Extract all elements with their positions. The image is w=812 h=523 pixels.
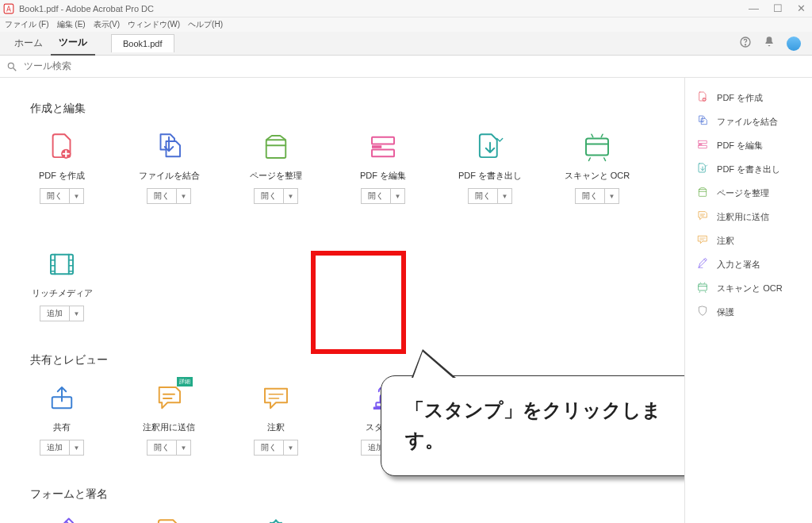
tool-button-open[interactable]: 開く ▼ xyxy=(575,188,620,204)
chevron-down-icon[interactable]: ▼ xyxy=(498,191,512,202)
section-title-share-review: 共有とレビュー xyxy=(30,353,661,367)
tool-prepare-form[interactable]: フォームを準備 追加 ▼ xyxy=(137,516,201,523)
rightpanel-item-create-pdf[interactable]: PDF を作成 xyxy=(685,86,812,110)
menu-window[interactable]: ウィンドウ(W) xyxy=(128,19,180,30)
rightpanel-label: 入力と署名 xyxy=(717,259,760,271)
bell-icon[interactable] xyxy=(763,36,776,51)
tool-label: 注釈用に送信 xyxy=(143,421,195,433)
chevron-down-icon[interactable]: ▼ xyxy=(284,191,298,202)
organize-icon xyxy=(696,186,709,200)
scan-icon xyxy=(580,130,614,163)
menu-help[interactable]: ヘルプ(H) xyxy=(188,19,223,30)
chevron-down-icon[interactable]: ▼ xyxy=(284,443,298,453)
tool-button-open[interactable]: 開く ▼ xyxy=(361,188,406,204)
chevron-down-icon[interactable]: ▼ xyxy=(70,191,84,202)
svg-rect-6 xyxy=(266,140,286,158)
search-placeholder: ツール検索 xyxy=(24,60,71,73)
scan-icon xyxy=(696,281,709,295)
tool-button-label: 開く xyxy=(147,440,177,455)
tool-button-open[interactable]: 開く ▼ xyxy=(147,440,192,456)
tool-comment[interactable]: 注釈 開く ▼ xyxy=(244,382,308,456)
tab-document[interactable]: Book1.pdf xyxy=(111,34,174,52)
tool-button-open[interactable]: 開く ▼ xyxy=(40,188,85,204)
tool-button-label: 開く xyxy=(40,189,70,203)
svg-rect-22 xyxy=(699,190,706,197)
edit-pdf-icon xyxy=(366,130,400,163)
tool-edit-pdf[interactable]: PDF を編集 開く ▼ xyxy=(351,130,415,204)
tools-area: 作成と編集 PDF を作成 開く ▼ ファイルを結合 開く ▼ ページを整理 開… xyxy=(0,78,684,523)
svg-point-3 xyxy=(8,63,13,68)
comment-icon xyxy=(259,382,293,415)
tool-button-label: 開く xyxy=(255,440,284,455)
svg-rect-20 xyxy=(699,145,707,148)
tool-label: スキャンと OCR xyxy=(565,170,630,182)
tool-richmedia[interactable]: リッチメディア 追加 ▼ xyxy=(30,248,94,321)
tool-button-add[interactable]: 追加 ▼ xyxy=(40,306,85,321)
combine-icon xyxy=(152,130,186,163)
chevron-down-icon[interactable]: ▼ xyxy=(391,191,405,202)
send-comment-icon xyxy=(152,382,186,415)
tool-button-open[interactable]: 開く ▼ xyxy=(468,188,513,204)
svg-rect-19 xyxy=(699,140,707,143)
prepare-form-icon xyxy=(152,516,186,523)
tool-search-bar[interactable]: ツール検索 xyxy=(0,56,812,78)
rightpanel-label: PDF を作成 xyxy=(717,92,763,104)
rightpanel-item-combine[interactable]: ファイルを結合 xyxy=(685,110,812,133)
chevron-down-icon[interactable]: ▼ xyxy=(177,443,191,453)
rightpanel-item-edit-pdf[interactable]: PDF を編集 xyxy=(685,133,812,157)
tool-create-pdf[interactable]: PDF を作成 開く ▼ xyxy=(30,130,94,204)
tool-label: PDF を編集 xyxy=(360,170,406,182)
window-min-icon[interactable]: ― xyxy=(749,2,759,14)
rightpanel-label: PDF を書き出し xyxy=(717,163,780,175)
right-panel: PDF を作成 ファイルを結合 PDF を編集 PDF を書き出し ページを整理… xyxy=(684,78,812,523)
tool-badge: 詳細 xyxy=(177,377,193,386)
chevron-down-icon[interactable]: ▼ xyxy=(177,191,191,202)
tool-button-add[interactable]: 追加 ▼ xyxy=(40,440,85,456)
chevron-down-icon[interactable]: ▼ xyxy=(70,309,84,319)
chevron-down-icon[interactable]: ▼ xyxy=(605,191,619,202)
tool-button-open[interactable]: 開く ▼ xyxy=(254,188,299,204)
tool-organize[interactable]: ページを整理 開く ▼ xyxy=(244,130,308,204)
edit-pdf-icon xyxy=(696,138,709,152)
rightpanel-label: 注釈 xyxy=(717,235,734,247)
svg-rect-21 xyxy=(699,144,703,144)
rightpanel-item-scan[interactable]: スキャンと OCR xyxy=(685,276,812,300)
rightpanel-item-comment[interactable]: 注釈 xyxy=(685,229,812,252)
tab-tools[interactable]: ツール xyxy=(51,31,95,56)
rightpanel-item-export[interactable]: PDF を書き出し xyxy=(685,157,812,181)
tool-label: リッチメディア xyxy=(32,287,93,299)
fill-sign-icon xyxy=(45,516,79,523)
rightpanel-item-send-comment[interactable]: 注釈用に送信 xyxy=(685,205,812,229)
tool-fill-sign[interactable]: 入力と署名 開く ▼ xyxy=(30,516,94,523)
menu-edit[interactable]: 編集 (E) xyxy=(57,19,86,30)
window-max-icon[interactable]: ☐ xyxy=(773,2,783,14)
tool-scan[interactable]: スキャンと OCR 開く ▼ xyxy=(565,130,629,204)
protect-icon xyxy=(696,305,709,319)
tool-send-comment[interactable]: 詳細 注釈用に送信 開く ▼ xyxy=(137,382,201,456)
help-icon[interactable] xyxy=(739,36,752,51)
rightpanel-item-protect[interactable]: 保護 xyxy=(685,300,812,324)
rightpanel-item-fill-sign[interactable]: 入力と署名 xyxy=(685,252,812,276)
tool-button-label: 開く xyxy=(576,189,605,203)
fill-sign-icon xyxy=(696,257,709,271)
tool-share[interactable]: 共有 追加 ▼ xyxy=(30,382,94,456)
tool-button-open[interactable]: 開く ▼ xyxy=(147,188,192,204)
menu-view[interactable]: 表示(V) xyxy=(94,19,120,30)
tool-combine[interactable]: ファイルを結合 開く ▼ xyxy=(137,130,201,204)
tool-button-open[interactable]: 開く ▼ xyxy=(254,440,299,456)
rightpanel-item-organize[interactable]: ページを整理 xyxy=(685,181,812,205)
tool-label: ページを整理 xyxy=(250,170,302,182)
tool-button-label: 開く xyxy=(469,189,498,203)
tab-home[interactable]: ホーム xyxy=(6,32,51,55)
organize-icon xyxy=(259,130,293,163)
rightpanel-label: 保護 xyxy=(717,306,734,318)
tool-certificate[interactable]: 証明書 追加 ▼ xyxy=(244,516,308,523)
chevron-down-icon[interactable]: ▼ xyxy=(70,443,84,453)
user-avatar[interactable] xyxy=(787,37,801,51)
window-close-icon[interactable]: ✕ xyxy=(797,2,806,14)
tool-label: PDF を作成 xyxy=(39,170,85,182)
tool-button-label: 開く xyxy=(147,189,177,203)
svg-line-4 xyxy=(13,67,17,71)
tool-export[interactable]: PDF を書き出し 開く ▼ xyxy=(458,130,522,204)
menu-file[interactable]: ファイル (F) xyxy=(5,19,49,30)
